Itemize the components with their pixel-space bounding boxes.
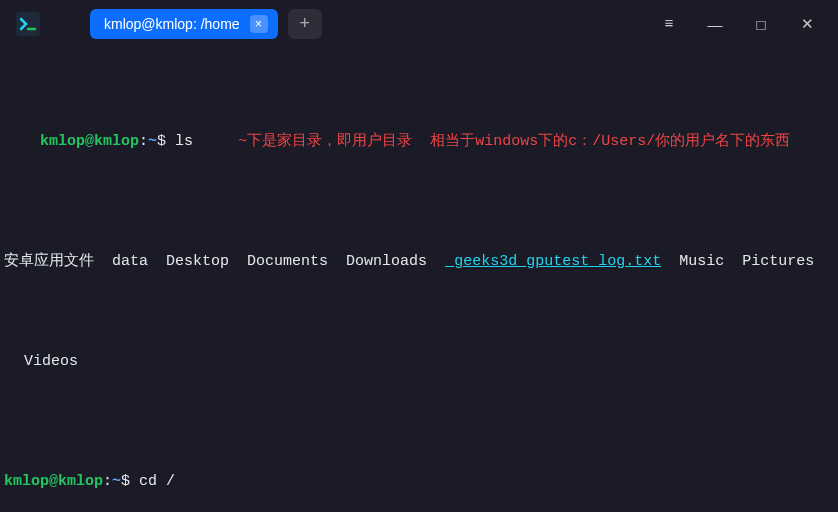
ls-item: Pictures <box>742 253 814 270</box>
close-tab-button[interactable]: × <box>250 15 268 33</box>
tab-terminal[interactable]: kmlop@kmlop: /home × <box>90 9 278 39</box>
ls-item: 安卓应用文件 <box>4 253 94 270</box>
window-controls: ≡ — □ ✕ <box>646 0 830 48</box>
ls-item: Documents <box>247 253 328 270</box>
maximize-button[interactable]: □ <box>738 0 784 48</box>
new-tab-button[interactable]: + <box>288 9 322 39</box>
prompt-dollar: $ <box>157 133 166 150</box>
titlebar: kmlop@kmlop: /home × + ≡ — □ ✕ <box>0 0 838 48</box>
terminal-output[interactable]: kmlop@kmlop:~$ ls ~下是家目录，即用户目录 相当于window… <box>0 48 838 512</box>
cmd-ls: ls <box>175 133 193 150</box>
menu-icon[interactable]: ≡ <box>646 0 692 48</box>
close-window-button[interactable]: ✕ <box>784 0 830 48</box>
ls-item: Downloads <box>346 253 427 270</box>
prompt-path: ~ <box>148 133 157 150</box>
prompt-userhost: kmlop@kmlop <box>4 473 103 490</box>
tab-bar: kmlop@kmlop: /home × + <box>90 9 322 39</box>
prompt-userhost: kmlop@kmlop <box>40 133 139 150</box>
tab-title: kmlop@kmlop: /home <box>104 16 240 32</box>
annotation-home: ~下是家目录，即用户目录 相当于windows下的c：/Users/你的用户名下… <box>238 133 790 150</box>
minimize-button[interactable]: — <box>692 0 738 48</box>
svg-rect-0 <box>16 12 40 36</box>
ls-item: Videos <box>24 353 78 370</box>
ls-item-file: _geeks3d_gputest_log.txt <box>445 253 661 270</box>
cmd-cd-root: cd / <box>139 473 175 490</box>
ls-item: Desktop <box>166 253 229 270</box>
prompt-path: ~ <box>112 473 121 490</box>
ls-item: Music <box>679 253 724 270</box>
app-icon <box>14 10 42 38</box>
ls-item: data <box>112 253 148 270</box>
prompt-colon: : <box>139 133 148 150</box>
